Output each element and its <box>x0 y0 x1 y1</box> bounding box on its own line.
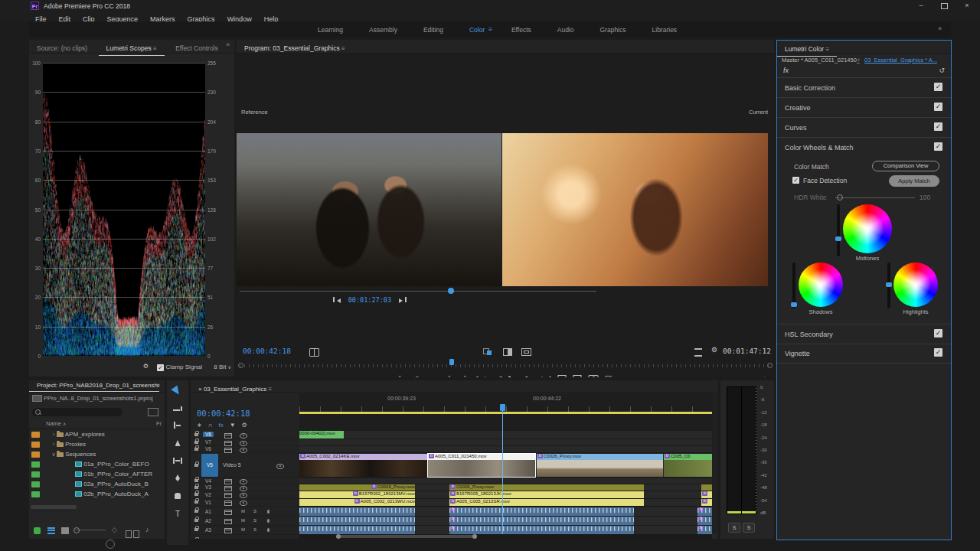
label-chip[interactable] <box>31 491 40 497</box>
project-row[interactable]: › Proxies <box>29 440 165 450</box>
label-chip[interactable] <box>31 461 40 468</box>
goto-out-icon[interactable] <box>542 373 551 377</box>
playback-settings-icon[interactable]: ⊕ <box>413 373 422 377</box>
toggle-track-output-icon[interactable] <box>240 493 247 498</box>
track-header-v4[interactable]: V4 <box>191 478 299 484</box>
toggle-track-output-icon[interactable] <box>240 486 247 491</box>
label-chip[interactable] <box>31 442 40 448</box>
clip[interactable]: fxA005_C011_021450.mov <box>428 454 535 477</box>
close-tab-icon[interactable]: × <box>198 386 202 393</box>
fx-badge-icon[interactable]: fx <box>397 373 406 377</box>
mute-button[interactable]: M <box>241 509 245 514</box>
source-patch-icon[interactable] <box>224 486 232 491</box>
sequence-clip-label[interactable]: 03_Essential_Graphics * A... <box>864 57 937 64</box>
track-v4[interactable] <box>299 478 712 484</box>
solo-button[interactable]: S <box>253 539 256 540</box>
highlights-slider-handle[interactable] <box>886 282 892 287</box>
toggle-track-output-icon[interactable] <box>240 448 247 453</box>
lock-icon[interactable] <box>194 479 198 482</box>
workspace-tab-editing[interactable]: Editing <box>410 26 456 34</box>
goto-in-icon[interactable] <box>477 373 486 377</box>
curves-checkbox[interactable]: ✓ <box>934 122 942 131</box>
track-a2[interactable]: fxfx <box>299 517 712 526</box>
track-header-v5[interactable]: V5Video 5 <box>191 454 299 478</box>
source-patch-icon[interactable] <box>224 519 232 524</box>
program-scrubber[interactable] <box>240 360 771 367</box>
track-header-v2[interactable]: V2 <box>191 491 299 499</box>
new-item-icon[interactable]: ♪ <box>145 526 149 533</box>
workspace-tab-effects[interactable]: Effects <box>498 26 544 34</box>
lock-icon[interactable] <box>194 441 198 444</box>
toggle-track-output-icon[interactable] <box>240 500 247 506</box>
clip[interactable] <box>299 526 415 534</box>
clip[interactable]: fx <box>701 499 712 506</box>
step-back-icon[interactable] <box>493 373 502 377</box>
extract-icon[interactable]: ↓ <box>573 375 582 377</box>
solo-button[interactable]: S <box>253 518 256 523</box>
track-a1[interactable]: fxfx <box>299 507 712 517</box>
comparison-position-slider[interactable] <box>240 291 596 292</box>
track-v2[interactable]: fxB157R002_180213MV.movfxB157R005_180213… <box>299 491 712 499</box>
track-id[interactable]: V2 <box>203 492 214 497</box>
lock-icon[interactable] <box>194 486 198 489</box>
source-patch-box[interactable]: V5 <box>201 454 218 477</box>
project-row[interactable]: 01b_PPro_Color_AFTER <box>29 470 165 480</box>
project-row[interactable]: ∨ Sequences <box>29 450 165 460</box>
source-patch-icon[interactable] <box>224 441 232 446</box>
toggle-track-output-icon[interactable] <box>240 433 247 439</box>
comparison-view-icon[interactable] <box>483 348 492 355</box>
tab-project[interactable]: Project: PPro_NAB2018_Drop_01_screenshot <box>29 380 159 392</box>
basic-correction-checkbox[interactable]: ✓ <box>934 83 942 91</box>
toggle-track-output-icon[interactable] <box>276 464 284 469</box>
label-chip[interactable] <box>31 471 40 478</box>
scrubber-end-handle[interactable] <box>767 363 773 368</box>
shadows-slider-handle[interactable] <box>791 302 797 307</box>
source-patch-icon[interactable] <box>224 493 232 498</box>
hand-tool[interactable] <box>172 492 183 501</box>
zoom-slider[interactable] <box>75 530 106 530</box>
clip[interactable]: fxA005_C005_0213SR.mov <box>449 499 644 506</box>
track-v1[interactable]: fxA005_C002_0213WU.movfxA005_C005_0213SR… <box>299 499 712 507</box>
track-header-v1[interactable]: V1 <box>191 499 299 507</box>
razor-tool[interactable] <box>172 439 183 448</box>
ripple-edit-tool[interactable] <box>172 422 183 431</box>
name-column-header[interactable]: Name ∧ <box>46 420 67 427</box>
clip[interactable] <box>299 507 415 516</box>
track-id[interactable]: V8 <box>203 432 214 437</box>
section-color-wheels[interactable]: Color Wheels & Match✓ <box>777 138 951 157</box>
comparison-view-button[interactable]: Comparison View <box>872 161 939 171</box>
panel-menu-icon[interactable]: ≡ <box>153 45 157 52</box>
clip[interactable]: fxC0026_Proxy.mov <box>449 484 644 491</box>
clip[interactable]: fxB157R005_180213JK.mov <box>449 491 644 498</box>
program-playhead-handle[interactable] <box>449 359 454 365</box>
panel-menu-icon[interactable]: ≡ <box>268 386 272 393</box>
shadows-luma-slider[interactable] <box>792 262 795 308</box>
source-patch-icon[interactable] <box>224 500 232 506</box>
restore-button[interactable] <box>933 0 956 11</box>
play-button[interactable] <box>509 373 519 377</box>
workspace-menu-icon[interactable]: ≡ <box>488 26 492 33</box>
slip-tool[interactable] <box>172 457 183 466</box>
project-writable-icon[interactable] <box>34 527 41 534</box>
lock-icon[interactable] <box>194 464 198 467</box>
new-bin-icon[interactable] <box>126 527 141 539</box>
panel-menu-icon[interactable]: ≡ <box>341 45 345 52</box>
workspace-tab-graphics[interactable]: Graphics <box>587 26 639 34</box>
track-v6[interactable] <box>299 446 712 453</box>
program-settings-wrench-icon[interactable]: ⚙ <box>711 346 717 354</box>
button-editor-plus-icon[interactable]: + <box>760 373 769 377</box>
source-patch-icon[interactable] <box>224 510 232 515</box>
midtones-luma-slider[interactable] <box>837 204 840 256</box>
hsl-secondary-checkbox[interactable]: ✓ <box>934 329 942 337</box>
tabs-overflow-icon[interactable]: » <box>156 381 160 389</box>
tab-lumetri-scopes[interactable]: Lumetri Scopes ≡ <box>99 42 165 56</box>
master-clip-label[interactable]: Master * A005_C011_021450_ <box>782 57 860 64</box>
panel-menu-icon[interactable]: ≡ <box>825 46 829 53</box>
track-v5[interactable]: fxA005_C002_0214KE.movfxA005_C011_021450… <box>299 454 712 478</box>
apply-match-button[interactable]: Apply Match <box>889 175 939 187</box>
project-row[interactable]: 02a_PPro_AutoDuck_B <box>29 480 165 490</box>
reference-timecode[interactable]: 00:01:27:03 <box>348 296 391 304</box>
track-header-v8[interactable]: V8 <box>191 431 299 439</box>
track-v7[interactable] <box>299 439 712 446</box>
project-row[interactable]: 01a_PPro_Color_BEFO <box>29 460 165 470</box>
